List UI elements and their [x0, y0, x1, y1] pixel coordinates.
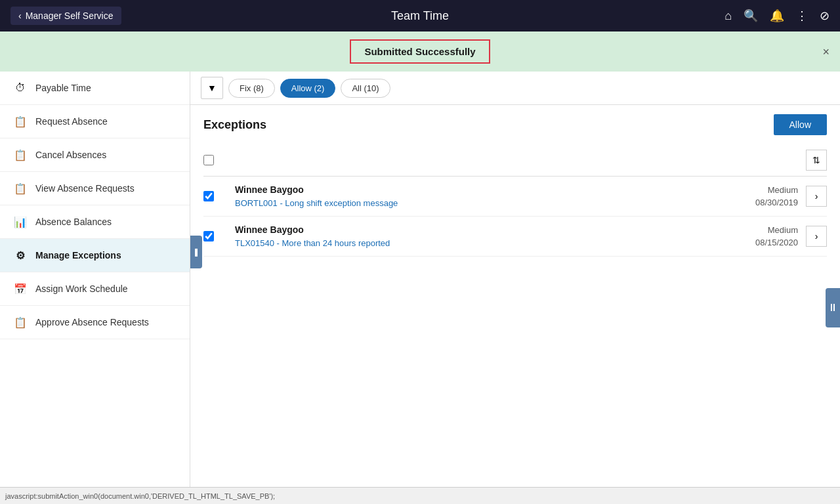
- sidebar-label-payable-time: Payable Time: [35, 83, 91, 93]
- block-icon[interactable]: ⊘: [820, 9, 830, 23]
- sidebar-label-cancel-absences: Cancel Absences: [35, 150, 106, 160]
- sidebar-collapse-handle[interactable]: ❚: [190, 236, 202, 268]
- exception-row-1: Winnee Baygoo TLX01540 - More than 24 ho…: [203, 217, 827, 257]
- sidebar-item-cancel-absences[interactable]: 📋 Cancel Absences: [0, 138, 190, 172]
- sidebar-label-request-absence: Request Absence: [35, 116, 108, 127]
- search-icon[interactable]: 🔍: [744, 9, 758, 23]
- sidebar-item-manage-exceptions[interactable]: ⚙ Manage Exceptions: [0, 239, 190, 272]
- bell-icon[interactable]: 🔔: [770, 9, 784, 23]
- exception-row-0: Winnee Baygoo BORTL001 - Long shift exce…: [203, 177, 827, 217]
- back-label: Manager Self Service: [26, 10, 114, 21]
- more-icon[interactable]: ⋮: [796, 9, 808, 23]
- exception-content-0: Winnee Baygoo BORTL001 - Long shift exce…: [230, 184, 755, 208]
- home-icon[interactable]: ⌂: [724, 9, 732, 23]
- sidebar-item-view-absence-requests[interactable]: 📋 View Absence Requests: [0, 172, 190, 205]
- header-title: Team Time: [391, 9, 449, 23]
- filter-icon-button[interactable]: ▼: [201, 77, 223, 99]
- exceptions-header: Exceptions Allow: [190, 105, 840, 144]
- filter-button-2[interactable]: All (10): [341, 79, 390, 98]
- exception-detail-button-0[interactable]: ›: [806, 186, 827, 207]
- sidebar-icon-cancel-absences: 📋: [13, 148, 28, 162]
- exception-meta-0: Medium 08/30/2019: [755, 185, 798, 207]
- close-banner-button[interactable]: ×: [822, 46, 830, 58]
- back-icon: ‹: [18, 10, 22, 21]
- status-bar-text: javascript:submitAction_win0(document.wi…: [5, 492, 275, 500]
- exception-date-1: 08/15/2020: [755, 238, 798, 247]
- sidebar-item-assign-work-schedule[interactable]: 📅 Assign Work Schedule: [0, 272, 190, 306]
- main-content: ▼ Fix (8)Allow (2)All (10) Exceptions Al…: [190, 72, 840, 504]
- exception-date-0: 08/30/2019: [755, 198, 798, 207]
- row-checkbox-cell-1[interactable]: [203, 231, 230, 242]
- sidebar-label-manage-exceptions: Manage Exceptions: [35, 250, 121, 261]
- back-button[interactable]: ‹ Manager Self Service: [10, 7, 121, 25]
- row-checkbox-1[interactable]: [203, 231, 214, 242]
- sidebar-item-approve-absence-requests[interactable]: 📋 Approve Absence Requests: [0, 306, 190, 339]
- sidebar-label-view-absence-requests: View Absence Requests: [35, 183, 135, 194]
- sidebar-icon-approve-absence-requests: 📋: [13, 315, 28, 329]
- sidebar-label-assign-work-schedule: Assign Work Schedule: [35, 284, 128, 294]
- header: ‹ Manager Self Service Team Time ⌂ 🔍 🔔 ⋮…: [0, 0, 840, 32]
- filter-bar: ▼ Fix (8)Allow (2)All (10): [190, 72, 840, 105]
- main-layout: ⏱ Payable Time 📋 Request Absence 📋 Cance…: [0, 72, 840, 504]
- sort-icon: ⇅: [812, 155, 820, 165]
- sidebar: ⏱ Payable Time 📋 Request Absence 📋 Cance…: [0, 72, 190, 504]
- success-banner-text: Submitted Successfully: [350, 39, 490, 64]
- sidebar-icon-assign-work-schedule: 📅: [13, 282, 28, 296]
- sidebar-item-request-absence[interactable]: 📋 Request Absence: [0, 105, 190, 138]
- success-banner: Submitted Successfully ×: [0, 32, 840, 72]
- sidebar-icon-request-absence: 📋: [13, 114, 28, 129]
- exceptions-title: Exceptions: [203, 118, 266, 132]
- status-bar: javascript:submitAction_win0(document.wi…: [0, 487, 840, 504]
- header-icons: ⌂ 🔍 🔔 ⋮ ⊘: [724, 9, 830, 23]
- exception-severity-0: Medium: [755, 185, 798, 195]
- filter-icon: ▼: [207, 83, 217, 93]
- exception-code-1[interactable]: TLX01540 - More than 24 hours reported: [235, 238, 390, 248]
- sidebar-label-absence-balances: Absence Balances: [35, 217, 112, 227]
- exceptions-table: ⇅ Winnee Baygoo BORTL001 - Long shift ex…: [190, 144, 840, 504]
- filter-button-1[interactable]: Allow (2): [280, 79, 336, 98]
- exception-name-0: Winnee Baygoo: [235, 184, 750, 195]
- table-header-row: ⇅: [203, 144, 827, 177]
- select-all-checkbox[interactable]: [203, 155, 214, 165]
- allow-button[interactable]: Allow: [774, 114, 827, 135]
- sidebar-icon-payable-time: ⏱: [13, 81, 28, 95]
- sidebar-icon-view-absence-requests: 📋: [13, 181, 28, 196]
- sidebar-item-payable-time[interactable]: ⏱ Payable Time: [0, 72, 190, 105]
- exception-detail-button-1[interactable]: ›: [806, 226, 827, 247]
- exception-content-1: Winnee Baygoo TLX01540 - More than 24 ho…: [230, 224, 755, 248]
- exception-severity-1: Medium: [755, 225, 798, 235]
- row-checkbox-cell-0[interactable]: [203, 191, 230, 201]
- exception-code-0[interactable]: BORTL001 - Long shift exception message: [235, 198, 398, 208]
- exception-name-1: Winnee Baygoo: [235, 224, 750, 235]
- sidebar-label-approve-absence-requests: Approve Absence Requests: [35, 317, 149, 327]
- pause-handle[interactable]: ⏸: [826, 288, 840, 327]
- sidebar-item-absence-balances[interactable]: 📊 Absence Balances: [0, 205, 190, 239]
- sort-button[interactable]: ⇅: [806, 150, 827, 171]
- filter-button-0[interactable]: Fix (8): [228, 79, 275, 98]
- sidebar-icon-manage-exceptions: ⚙: [13, 248, 28, 262]
- select-all-checkbox-cell[interactable]: [203, 155, 230, 165]
- row-checkbox-0[interactable]: [203, 191, 214, 201]
- exception-meta-1: Medium 08/15/2020: [755, 225, 798, 247]
- pause-icon: ⏸: [828, 302, 838, 314]
- sidebar-icon-absence-balances: 📊: [13, 215, 28, 229]
